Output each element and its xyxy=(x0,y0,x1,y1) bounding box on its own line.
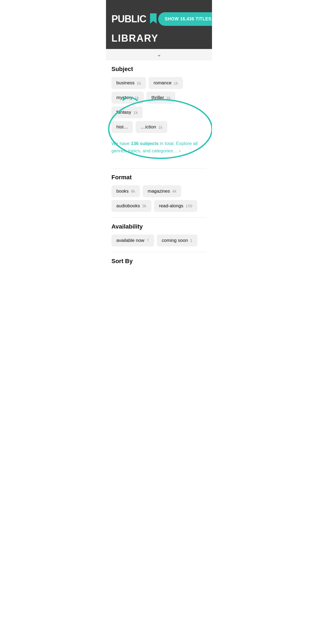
tag-thriller[interactable]: thriller 1k xyxy=(146,92,175,104)
explore-count: 136 subjects xyxy=(131,141,159,146)
tag-romance[interactable]: romance 1k xyxy=(149,77,183,89)
svg-marker-0 xyxy=(150,13,157,24)
library-subtitle-bar: LIBRARY xyxy=(106,33,212,49)
divider-3 xyxy=(111,252,207,252)
tag-label: …iction xyxy=(141,124,156,130)
tag-label: business xyxy=(116,80,135,86)
sort-title: Sort By xyxy=(111,258,207,265)
subject-tags-row-1: business 1k romance 1k xyxy=(111,77,207,89)
tag-count: 8k xyxy=(131,189,135,193)
library-text: LIBRARY xyxy=(111,33,158,44)
tag-count: 1k xyxy=(135,95,139,100)
tag-count: 1k xyxy=(166,95,171,100)
tag-label: audiobooks xyxy=(116,203,140,209)
tag-books[interactable]: books 8k xyxy=(111,185,140,197)
format-tags-row-2: audiobooks 3k read-alongs 159 xyxy=(111,200,207,212)
bookmark-icon xyxy=(149,13,158,25)
logo-text: PUBLIC xyxy=(111,13,158,25)
tag-label: thriller xyxy=(151,95,164,100)
tag-count: 4k xyxy=(172,189,176,193)
availability-section: Availability available now ⠿ coming soon… xyxy=(106,223,212,252)
divider-2 xyxy=(111,217,207,218)
format-section: Format books 8k magazines 4k audiobooks … xyxy=(111,174,207,212)
subject-section: Subject business 1k romance 1k mystery 1… xyxy=(111,66,207,163)
tag-business[interactable]: business 1k xyxy=(111,77,146,89)
tag-count: 1k xyxy=(174,81,178,85)
explore-subjects-link[interactable]: We have 136 subjects in total. Explore a… xyxy=(111,136,207,157)
availability-title: Availability xyxy=(111,223,207,230)
tag-history[interactable]: hist… xyxy=(111,121,133,133)
format-title: Format xyxy=(111,174,207,181)
tag-read-alongs[interactable]: read-alongs 159 xyxy=(154,200,197,212)
tag-fantasy[interactable]: fantasy 1k xyxy=(111,106,143,118)
sort-section: Sort By xyxy=(106,258,212,265)
header: PUBLIC SHOW 16,436 TITLES xyxy=(106,0,212,33)
tag-label: fantasy xyxy=(116,110,131,115)
tag-magazines[interactable]: magazines 4k xyxy=(143,185,181,197)
tag-coming-soon[interactable]: coming soon 1 xyxy=(157,235,197,246)
tag-label: magazines xyxy=(148,189,170,194)
tag-label: read-alongs xyxy=(159,203,183,209)
tag-count: 3k xyxy=(142,204,146,208)
tag-count: 1k xyxy=(158,125,163,130)
tag-count: 1 xyxy=(190,238,192,243)
chevron-down-icon[interactable]: ⌄ xyxy=(157,52,161,57)
tag-label: books xyxy=(116,189,129,194)
tag-audiobooks[interactable]: audiobooks 3k xyxy=(111,200,151,212)
explore-chevron-icon: › xyxy=(179,148,181,153)
show-titles-button[interactable]: SHOW 16,436 TITLES xyxy=(158,12,212,26)
tag-fiction[interactable]: …iction 1k xyxy=(136,121,167,133)
subject-title: Subject xyxy=(111,66,207,73)
tag-label: coming soon xyxy=(162,238,188,243)
tag-label: hist… xyxy=(116,124,128,130)
subject-tags-row-3: hist… …iction 1k xyxy=(111,121,207,133)
tag-available-now[interactable]: available now ⠿ xyxy=(111,235,154,246)
tag-mystery[interactable]: mystery 1k xyxy=(111,92,144,104)
available-now-icon: ⠿ xyxy=(146,238,149,242)
collapse-bar[interactable]: ⌄ xyxy=(106,49,212,60)
tag-count: 159 xyxy=(186,204,192,208)
availability-tags-row: available now ⠿ coming soon 1 xyxy=(111,235,207,246)
divider-1 xyxy=(111,168,207,168)
tag-label: mystery xyxy=(116,95,133,100)
subject-tags-row-2: mystery 1k thriller 1k fantasy 1k xyxy=(111,92,207,118)
logo-public: PUBLIC xyxy=(111,13,146,25)
explore-prefix: We have xyxy=(111,141,131,146)
tag-label: available now xyxy=(116,238,144,243)
tag-count: 1k xyxy=(133,110,138,115)
subject-tags-wrapper: business 1k romance 1k mystery 1k thrill… xyxy=(111,77,207,133)
format-tags-row-1: books 8k magazines 4k xyxy=(111,185,207,197)
tag-label: romance xyxy=(154,80,172,86)
tag-count: 1k xyxy=(137,81,141,85)
annotation-area: We have 136 subjects in total. Explore a… xyxy=(111,136,207,163)
